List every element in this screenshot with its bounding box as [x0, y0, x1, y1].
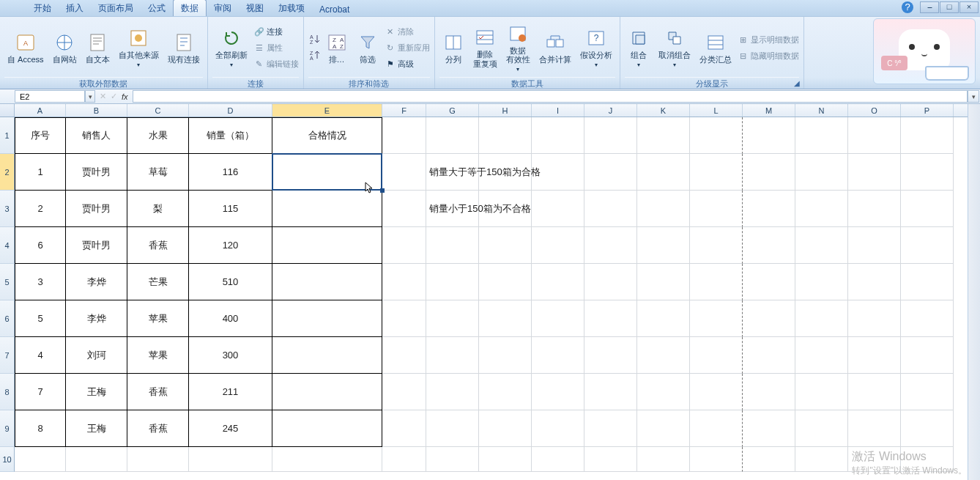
cell[interactable] — [637, 227, 690, 264]
cell[interactable]: 李烨 — [66, 300, 127, 337]
cell[interactable] — [848, 410, 901, 447]
cell[interactable]: 3 — [15, 264, 66, 300]
cell[interactable] — [743, 337, 795, 374]
cell[interactable] — [690, 447, 743, 472]
column-header[interactable]: A — [15, 104, 66, 117]
cell[interactable]: 香蕉 — [127, 410, 189, 447]
row-header[interactable]: 3 — [0, 191, 15, 227]
cell[interactable] — [382, 191, 426, 227]
cell[interactable]: 王梅 — [66, 410, 127, 447]
consolidate-button[interactable]: 合并计算 — [536, 30, 574, 66]
column-header[interactable]: G — [426, 104, 479, 117]
fill-handle[interactable] — [380, 188, 385, 193]
cell[interactable] — [901, 374, 954, 410]
cell[interactable] — [66, 447, 127, 472]
cell[interactable] — [479, 410, 532, 447]
ribbon-tab[interactable]: 审阅 — [207, 0, 239, 16]
cell[interactable]: 300 — [189, 337, 272, 374]
cell[interactable] — [15, 447, 66, 472]
cell[interactable] — [272, 300, 382, 337]
name-box-dropdown[interactable]: ▾ — [85, 90, 95, 103]
accept-formula-icon[interactable]: ✓ — [111, 92, 117, 101]
row-header[interactable]: 10 — [0, 447, 15, 472]
row-header[interactable]: 7 — [0, 337, 15, 374]
from-text-button[interactable]: 自文本 — [83, 30, 113, 66]
cell[interactable] — [584, 191, 637, 227]
cell[interactable] — [848, 227, 901, 264]
cell[interactable] — [637, 154, 690, 191]
from-access-button[interactable]: A 自 Access — [4, 30, 47, 66]
spreadsheet-grid[interactable]: ABCDEFGHIJKLMNOP 12345678910 序号销售人水果销量（箱… — [0, 104, 980, 480]
cell[interactable] — [584, 337, 637, 374]
cell[interactable] — [690, 374, 743, 410]
clear-filter-button[interactable]: ✕清除 — [385, 24, 430, 39]
ribbon-tab[interactable]: 开始 — [26, 0, 59, 16]
help-icon[interactable]: ? — [902, 1, 913, 13]
cell[interactable] — [795, 374, 848, 410]
cell[interactable] — [272, 447, 382, 472]
cell[interactable] — [637, 337, 690, 374]
cell[interactable]: 苹果 — [127, 337, 189, 374]
cell[interactable] — [532, 337, 584, 374]
cell[interactable] — [479, 374, 532, 410]
cell[interactable] — [795, 227, 848, 264]
cell[interactable]: 合格情况 — [272, 117, 382, 154]
cell[interactable]: 2 — [15, 191, 66, 227]
cell[interactable] — [743, 117, 795, 154]
column-header[interactable]: L — [690, 104, 743, 117]
cell[interactable] — [848, 264, 901, 300]
cell[interactable] — [743, 227, 795, 264]
from-other-button[interactable]: 自其他来源 ▾ — [116, 26, 162, 70]
cell[interactable] — [743, 374, 795, 410]
cell[interactable] — [637, 117, 690, 154]
cell[interactable] — [901, 191, 954, 227]
cell[interactable] — [848, 154, 901, 191]
cell[interactable] — [479, 300, 532, 337]
filter-button[interactable]: 筛选 — [354, 30, 382, 66]
cell[interactable] — [584, 154, 637, 191]
row-header[interactable]: 2 — [0, 154, 15, 191]
cell[interactable] — [584, 447, 637, 472]
cell[interactable]: 4 — [15, 337, 66, 374]
cell[interactable]: 销售人 — [66, 117, 127, 154]
ungroup-button[interactable]: 取消组合 ▾ — [656, 26, 694, 70]
ribbon-tab[interactable]: 视图 — [239, 0, 271, 16]
cell[interactable] — [532, 410, 584, 447]
subtotal-button[interactable]: 分类汇总 — [697, 30, 735, 66]
cell[interactable] — [690, 264, 743, 300]
cell[interactable] — [795, 410, 848, 447]
column-header[interactable]: F — [382, 104, 426, 117]
cell[interactable] — [743, 264, 795, 300]
column-header[interactable]: K — [637, 104, 690, 117]
cell[interactable] — [127, 447, 189, 472]
minimize-button[interactable]: ‒ — [920, 1, 939, 13]
row-header[interactable]: 6 — [0, 300, 15, 337]
cell[interactable] — [272, 410, 382, 447]
cell[interactable] — [426, 337, 479, 374]
data-validation-button[interactable]: 数据 有效性 ▾ — [503, 21, 533, 74]
sort-desc-button[interactable]: ZA — [308, 48, 320, 63]
cell[interactable] — [637, 264, 690, 300]
cell[interactable] — [848, 117, 901, 154]
cell[interactable] — [584, 264, 637, 300]
cell[interactable] — [382, 374, 426, 410]
cell[interactable] — [382, 264, 426, 300]
cell[interactable]: 7 — [15, 374, 66, 410]
cell[interactable] — [382, 447, 426, 472]
expand-formula-bar[interactable]: ▾ — [968, 90, 979, 103]
cell[interactable]: 115 — [189, 191, 272, 227]
cell[interactable]: 116 — [189, 154, 272, 191]
cell[interactable]: 芒果 — [127, 264, 189, 300]
ribbon-tab[interactable]: 页面布局 — [91, 0, 141, 16]
cell[interactable] — [690, 227, 743, 264]
cell[interactable] — [426, 117, 479, 154]
cell[interactable] — [426, 264, 479, 300]
hide-detail-button[interactable]: ⊟隐藏明细数据 — [738, 48, 799, 63]
column-header[interactable]: M — [743, 104, 795, 117]
cell[interactable] — [848, 337, 901, 374]
cell[interactable] — [479, 447, 532, 472]
cell[interactable] — [637, 447, 690, 472]
cell[interactable] — [901, 154, 954, 191]
advanced-filter-button[interactable]: ⚑高级 — [385, 56, 430, 71]
cell[interactable] — [272, 227, 382, 264]
